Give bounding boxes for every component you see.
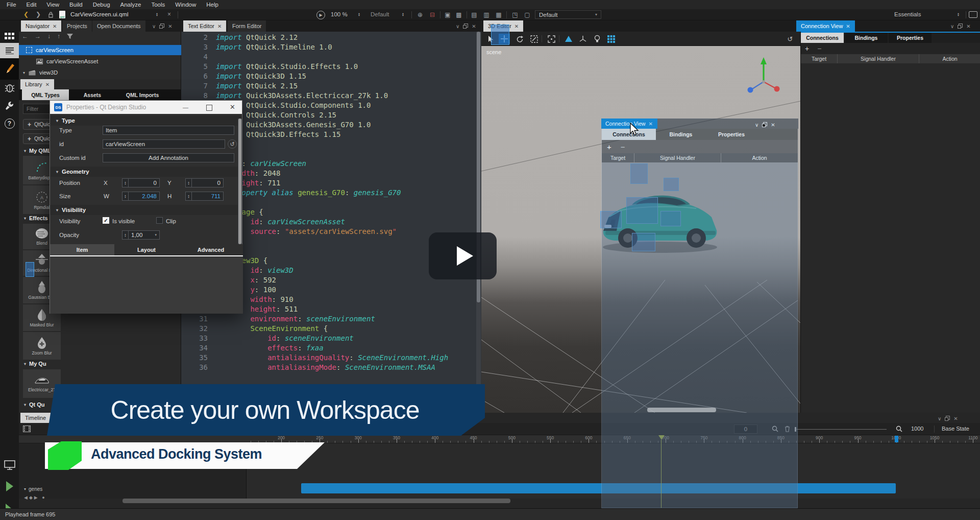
add-connection-button[interactable]: + (607, 143, 611, 151)
footer-tab-item[interactable]: Item (50, 244, 114, 255)
section-qt-quick[interactable]: ▾Qt Qu (24, 401, 45, 408)
column-target[interactable]: Target (801, 54, 838, 63)
w-field[interactable]: 2.048 (128, 192, 160, 201)
tab-qml-types[interactable]: QML Types (22, 89, 69, 100)
column-signal-handler[interactable]: Signal Handler (838, 54, 919, 63)
code-line[interactable]: 2import QtQuick 2.12 (181, 33, 448, 42)
remove-connection-button[interactable]: − (817, 44, 821, 53)
fit-selected-icon[interactable] (546, 34, 557, 44)
move-left-icon[interactable]: ← (22, 33, 28, 40)
kit-stepper-icon[interactable]: ▴▾ (958, 12, 959, 16)
tab-properties[interactable]: Properties (889, 33, 932, 43)
section-type[interactable]: ▾Type (50, 115, 242, 126)
run-preview-icon[interactable]: ▶ (316, 11, 325, 19)
scene-node-label[interactable]: scene (486, 49, 501, 55)
tab-library[interactable]: Library✕ (20, 79, 54, 89)
camera-perspective-icon[interactable] (563, 34, 574, 44)
code-line[interactable]: 33 id: sceneEnvironment (181, 334, 448, 343)
add-annotation-button[interactable]: Add Annotation (103, 153, 234, 162)
menu-analyze[interactable]: Analyze (116, 2, 146, 8)
edit-light-bulb-icon[interactable] (592, 34, 603, 44)
code-line[interactable]: 32 SceneEnvironment { (181, 324, 448, 334)
properties-scrollbar[interactable] (238, 119, 242, 244)
footer-tab-advanced[interactable]: Advanced (179, 244, 243, 255)
menu-file[interactable]: File (2, 2, 21, 8)
keyframe-transport-controls[interactable]: ◀◆▶ ● (24, 495, 46, 500)
code-line[interactable]: 34 effects: fxaa (181, 343, 448, 353)
run-button[interactable] (0, 479, 19, 493)
style-stepper-icon[interactable]: ▴▾ (402, 12, 404, 16)
close-icon[interactable]: ✕ (45, 82, 50, 87)
axis-gizmo-icon[interactable] (739, 55, 786, 95)
id-field[interactable]: carViewScreen (103, 139, 225, 149)
code-line[interactable]: 8import Quick3DAssets.Electriccar_27k 1.… (181, 91, 448, 101)
close-icon[interactable]: ✕ (846, 23, 850, 29)
tab-assets[interactable]: Assets (70, 89, 115, 100)
code-line[interactable]: 31 environment: sceneEnvironment (181, 314, 448, 324)
document-stepper-icon[interactable]: ▴▾ (156, 12, 158, 16)
menu-build[interactable]: Build (65, 2, 87, 8)
annotation-icon[interactable]: ⊕ (415, 11, 425, 18)
column-target[interactable]: Target (602, 153, 634, 162)
close-document-icon[interactable]: × (167, 11, 171, 18)
lock-icon[interactable] (48, 11, 54, 18)
is-visible-checkbox[interactable]: ✓ (103, 217, 109, 224)
record-frame-icon[interactable]: ⊟ (428, 11, 437, 18)
tab-bindings[interactable]: Bindings (656, 129, 706, 140)
code-line[interactable]: 3import QtQuick.Timeline 1.0 (181, 42, 448, 52)
zoom-stepper-icon[interactable]: ▴▾ (358, 12, 360, 16)
editor-panel-controls[interactable]: ∨✕ (456, 20, 476, 32)
document-selector[interactable]: CarViewScreen.ui.qml (70, 11, 129, 17)
type-field[interactable]: Item (103, 126, 234, 135)
tab-open-documents[interactable]: Open Documents (92, 20, 145, 32)
tab-navigator[interactable]: Navigator✕ (21, 20, 61, 32)
tab-bindings[interactable]: Bindings (845, 33, 888, 43)
close-icon[interactable]: ✕ (217, 23, 222, 29)
footer-tab-layout[interactable]: Layout (114, 244, 179, 255)
timeline-horizontal-scrollbar[interactable] (122, 499, 510, 503)
debug-mode-bug-icon[interactable] (0, 81, 19, 95)
column-signal-handler[interactable]: Signal Handler (634, 153, 721, 162)
tab-qml-imports[interactable]: QML Imports (116, 89, 169, 100)
timeline-panel-controls[interactable]: ∨✕ (938, 413, 958, 424)
filter-funnel-icon[interactable] (67, 34, 73, 39)
apps-grid-icon[interactable] (0, 32, 19, 41)
code-line[interactable]: 5import QtQuick.Studio.Effects 1.0 (181, 62, 448, 72)
zoom-level[interactable]: 100 % (331, 11, 348, 17)
section-effects[interactable]: ▾Effects (24, 215, 48, 221)
properties-window-titlebar[interactable]: DS Properties - Qt Design Studio — ✕ (50, 101, 242, 114)
timeline-ruler[interactable]: 2002503003504004505005506006507007508008… (19, 435, 980, 443)
tab-timeline[interactable]: Timeline (20, 413, 51, 423)
timeline-settings-icon[interactable] (23, 426, 31, 432)
section-my-qml[interactable]: ▾My QML (24, 148, 51, 154)
code-line[interactable]: 35 antialiasingQuality: SceneEnvironment… (181, 353, 448, 363)
forward-icon[interactable]: ❯ (36, 11, 41, 18)
list-icon[interactable]: ▥ (482, 11, 491, 18)
grid-view-icon[interactable]: ▦ (494, 11, 503, 18)
menu-debug[interactable]: Debug (88, 2, 115, 8)
move-up-icon[interactable]: ↑ (57, 33, 60, 40)
end-frame-marker[interactable] (895, 436, 898, 442)
kit-selector[interactable]: Essentials (894, 11, 921, 17)
move-right-icon[interactable]: → (35, 33, 41, 40)
section-visibility[interactable]: ▾Visibility (50, 205, 242, 215)
close-icon[interactable]: ✕ (649, 121, 653, 127)
code-line[interactable]: 6import QtQuick3D 1.15 (181, 72, 448, 81)
end-frame-field[interactable]: 1000 (911, 426, 923, 432)
keyboard-icon[interactable]: ▤ (470, 11, 479, 18)
local-axes-icon[interactable] (577, 34, 589, 44)
menu-window[interactable]: Window (170, 2, 201, 8)
navigator-panel-controls[interactable]: ∨✕ (152, 20, 173, 32)
run-target-monitor-icon[interactable] (0, 459, 19, 472)
state-selector[interactable]: Base State (942, 426, 969, 432)
menu-tools[interactable]: Tools (146, 2, 169, 8)
back-icon[interactable]: ❮ (23, 11, 29, 18)
rotate-tool-icon[interactable] (514, 34, 525, 44)
reset-view-icon[interactable]: ↺ (785, 34, 796, 44)
tab-form-editor[interactable]: Form Editor (228, 20, 266, 32)
close-icon[interactable]: ✕ (514, 23, 519, 29)
timeline-zoom-slider[interactable] (796, 429, 887, 430)
floating-panel-scrollbar[interactable] (647, 408, 716, 412)
add-connection-button[interactable]: + (805, 44, 809, 53)
navigator-item-view3d[interactable]: ▾ view3D (19, 67, 181, 78)
